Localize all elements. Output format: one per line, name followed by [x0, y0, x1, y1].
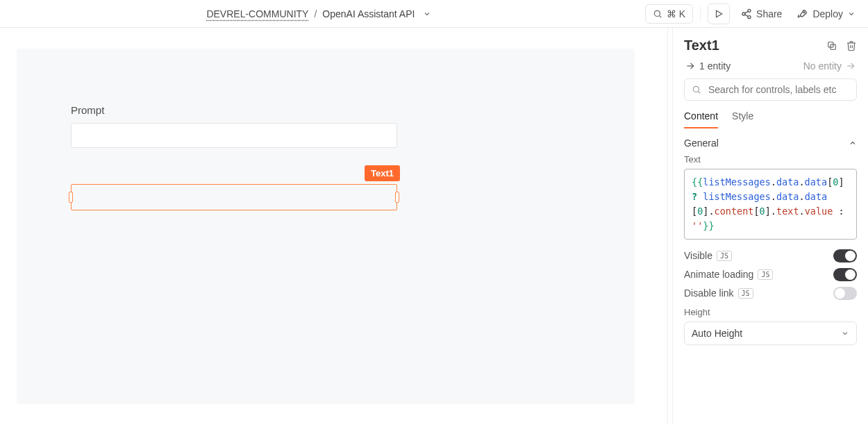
svg-point-3	[748, 9, 751, 12]
visible-row: Visible JS	[684, 249, 857, 262]
js-badge[interactable]: JS	[717, 251, 732, 261]
panel-tabs: Content Style	[684, 110, 857, 129]
search-shortcut-label: ⌘ K	[667, 8, 685, 19]
svg-marker-2	[717, 10, 722, 17]
svg-point-0	[654, 10, 660, 16]
code-token: value	[805, 206, 833, 217]
global-search-button[interactable]: ⌘ K	[645, 4, 693, 24]
text-binding-editor[interactable]: {{listMessages.data.data[0] ? listMessag…	[684, 169, 857, 240]
animate-toggle[interactable]	[833, 268, 857, 281]
svg-point-8	[804, 12, 806, 13]
no-entity-label: No entity	[803, 60, 842, 72]
topbar-actions: ⌘ K Share Deploy	[645, 3, 860, 24]
animate-label: Animate loading	[684, 269, 753, 280]
svg-line-6	[745, 11, 749, 13]
code-token: }}	[703, 220, 714, 231]
selected-widget-tag[interactable]: Text1	[365, 165, 400, 181]
property-panel: Text1 1 entity No entity	[672, 28, 868, 425]
code-token: ''	[692, 220, 703, 231]
breadcrumb-app-name[interactable]: OpenAI Assistant API	[322, 8, 415, 19]
code-token: data	[776, 191, 799, 202]
panel-title: Text1	[684, 38, 719, 53]
entity-goto[interactable]: 1 entity	[685, 60, 731, 72]
search-icon	[653, 9, 662, 19]
copy-icon[interactable]	[826, 40, 837, 51]
main-area: Prompt Text1 Text1	[0, 28, 868, 425]
trash-icon[interactable]	[846, 40, 857, 51]
svg-point-4	[742, 12, 745, 15]
animate-row: Animate loading JS	[684, 268, 857, 281]
panel-search-input[interactable]	[707, 83, 849, 96]
resize-handle-right[interactable]	[395, 192, 399, 203]
no-entity-link[interactable]: No entity	[803, 60, 856, 72]
js-badge[interactable]: JS	[738, 288, 753, 299]
text-widget-wrap: Text1	[71, 184, 397, 210]
canvas-wrap: Prompt Text1	[0, 28, 667, 425]
arrow-right-icon	[685, 61, 695, 71]
code-token: data	[776, 176, 799, 188]
tab-style[interactable]: Style	[732, 110, 753, 128]
visible-toggle[interactable]	[833, 249, 857, 262]
code-token: text	[776, 206, 799, 217]
svg-line-7	[745, 14, 749, 16]
svg-line-1	[659, 15, 661, 17]
js-badge[interactable]: JS	[758, 269, 773, 280]
height-select[interactable]: Auto Height	[684, 322, 857, 345]
chevron-up-icon	[849, 139, 857, 147]
share-label: Share	[756, 8, 782, 19]
code-token: listMessages	[703, 176, 771, 188]
code-token: {{	[692, 176, 703, 188]
prompt-input[interactable]	[71, 123, 397, 148]
code-token: ?	[692, 191, 697, 202]
breadcrumb-workspace[interactable]: DEVREL-COMMUNITY	[206, 8, 308, 19]
visible-label: Visible	[684, 250, 712, 261]
text-prop-label: Text	[684, 154, 857, 165]
section-general-header[interactable]: General	[684, 138, 857, 149]
search-icon	[692, 85, 701, 94]
tab-content[interactable]: Content	[684, 110, 718, 128]
code-token: listMessages	[703, 191, 771, 202]
chevron-down-icon	[847, 10, 856, 18]
deploy-button[interactable]: Deploy	[793, 6, 860, 22]
panel-resize-handle[interactable]	[667, 28, 672, 425]
chevron-down-icon[interactable]	[423, 10, 431, 18]
svg-point-5	[748, 15, 751, 18]
section-general-label: General	[684, 138, 719, 149]
entity-count: 1 entity	[699, 60, 731, 72]
top-bar: DEVREL-COMMUNITY / OpenAI Assistant API …	[0, 0, 868, 28]
code-token: content	[715, 206, 754, 217]
prompt-label: Prompt	[71, 104, 581, 116]
resize-handle-left[interactable]	[69, 192, 73, 203]
svg-point-13	[693, 86, 699, 92]
breadcrumb: DEVREL-COMMUNITY / OpenAI Assistant API	[0, 8, 638, 19]
rocket-icon	[797, 8, 808, 19]
divider	[700, 6, 701, 22]
entity-nav: 1 entity No entity	[685, 60, 856, 72]
text-widget-selected[interactable]	[71, 184, 397, 210]
canvas[interactable]: Prompt Text1	[17, 49, 635, 404]
panel-header: Text1	[684, 38, 857, 53]
svg-line-14	[699, 92, 701, 94]
code-token: :	[838, 206, 844, 217]
arrow-right-icon	[846, 61, 856, 71]
preview-button[interactable]	[708, 3, 730, 24]
disable-link-row: Disable link JS	[684, 287, 857, 300]
height-value: Auto Height	[692, 328, 742, 339]
share-icon	[741, 8, 752, 19]
breadcrumb-separator: /	[314, 8, 317, 19]
height-label: Height	[684, 307, 857, 317]
disable-link-toggle[interactable]	[833, 287, 857, 300]
panel-search[interactable]	[684, 78, 857, 101]
code-token: data	[805, 191, 828, 202]
code-token: 0	[760, 206, 765, 217]
play-icon	[714, 9, 724, 19]
share-button[interactable]: Share	[737, 6, 786, 22]
code-token: data	[805, 176, 828, 188]
disable-link-label: Disable link	[684, 288, 734, 299]
chevron-down-icon	[841, 329, 849, 338]
deploy-label: Deploy	[812, 8, 843, 19]
